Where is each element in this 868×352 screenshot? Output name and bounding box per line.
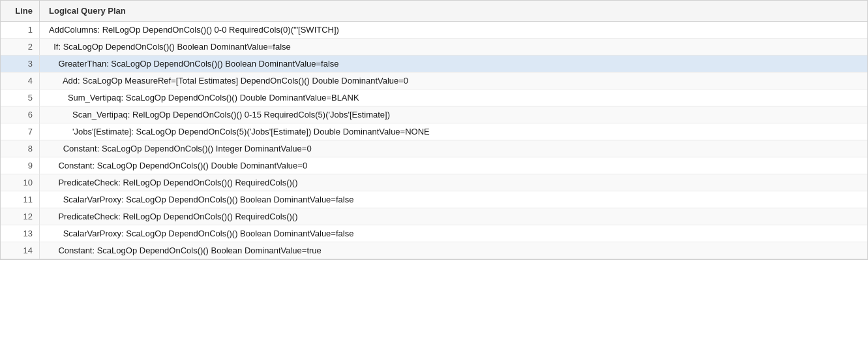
table-body: 1AddColumns: RelLogOp DependOnCols()() 0…	[1, 22, 867, 259]
row-plan-text: ScalarVarProxy: ScaLogOp DependOnCols()(…	[40, 225, 867, 242]
row-line-number: 14	[1, 242, 40, 259]
row-line-number: 5	[1, 89, 40, 106]
row-plan-text: 'Jobs'[Estimate]: ScaLogOp DependOnCols(…	[40, 123, 867, 140]
table-row: 6 Scan_Vertipaq: RelLogOp DependOnCols()…	[1, 106, 867, 123]
row-line-number: 3	[1, 56, 40, 72]
row-plan-text: GreaterThan: ScaLogOp DependOnCols()() B…	[40, 56, 867, 72]
row-plan-text: ScalarVarProxy: ScaLogOp DependOnCols()(…	[40, 191, 867, 208]
table-row: 9 Constant: ScaLogOp DependOnCols()() Do…	[1, 157, 867, 174]
row-line-number: 7	[1, 123, 40, 140]
row-line-number: 11	[1, 191, 40, 208]
table-row: 3 GreaterThan: ScaLogOp DependOnCols()()…	[1, 56, 867, 72]
table-row: 12 PredicateCheck: RelLogOp DependOnCols…	[1, 208, 867, 225]
row-line-number: 2	[1, 39, 40, 55]
row-line-number: 4	[1, 72, 40, 89]
row-plan-text: Sum_Vertipaq: ScaLogOp DependOnCols()() …	[40, 89, 867, 106]
row-line-number: 6	[1, 106, 40, 123]
row-line-number: 9	[1, 157, 40, 174]
table-row: 1AddColumns: RelLogOp DependOnCols()() 0…	[1, 22, 867, 39]
row-line-number: 13	[1, 225, 40, 242]
table-row: 11 ScalarVarProxy: ScaLogOp DependOnCols…	[1, 191, 867, 208]
row-plan-text: PredicateCheck: RelLogOp DependOnCols()(…	[40, 208, 867, 225]
row-plan-text: Constant: ScaLogOp DependOnCols()() Bool…	[40, 242, 867, 259]
table-row: 8 Constant: ScaLogOp DependOnCols()() In…	[1, 140, 867, 157]
row-plan-text: PredicateCheck: RelLogOp DependOnCols()(…	[40, 174, 867, 191]
row-line-number: 1	[1, 22, 40, 38]
table-row: 7 'Jobs'[Estimate]: ScaLogOp DependOnCol…	[1, 123, 867, 140]
row-plan-text: If: ScaLogOp DependOnCols()() Boolean Do…	[40, 39, 867, 55]
table-row: 13 ScalarVarProxy: ScaLogOp DependOnCols…	[1, 225, 867, 242]
row-plan-text: AddColumns: RelLogOp DependOnCols()() 0-…	[40, 22, 867, 38]
table-row: 5 Sum_Vertipaq: ScaLogOp DependOnCols()(…	[1, 89, 867, 106]
header-plan: Logical Query Plan	[40, 1, 867, 21]
row-line-number: 10	[1, 174, 40, 191]
header-line: Line	[1, 1, 40, 21]
query-plan-table: Line Logical Query Plan 1AddColumns: Rel…	[0, 0, 868, 260]
table-row: 4 Add: ScaLogOp MeasureRef=[Total Estima…	[1, 72, 867, 89]
row-line-number: 8	[1, 140, 40, 157]
row-plan-text: Constant: ScaLogOp DependOnCols()() Inte…	[40, 140, 867, 157]
row-plan-text: Scan_Vertipaq: RelLogOp DependOnCols()()…	[40, 106, 867, 123]
row-plan-text: Constant: ScaLogOp DependOnCols()() Doub…	[40, 157, 867, 174]
table-row: 14 Constant: ScaLogOp DependOnCols()() B…	[1, 242, 867, 259]
row-plan-text: Add: ScaLogOp MeasureRef=[Total Estimate…	[40, 72, 867, 89]
table-row: 10 PredicateCheck: RelLogOp DependOnCols…	[1, 174, 867, 191]
table-row: 2 If: ScaLogOp DependOnCols()() Boolean …	[1, 39, 867, 56]
row-line-number: 12	[1, 208, 40, 225]
table-header: Line Logical Query Plan	[1, 1, 867, 22]
